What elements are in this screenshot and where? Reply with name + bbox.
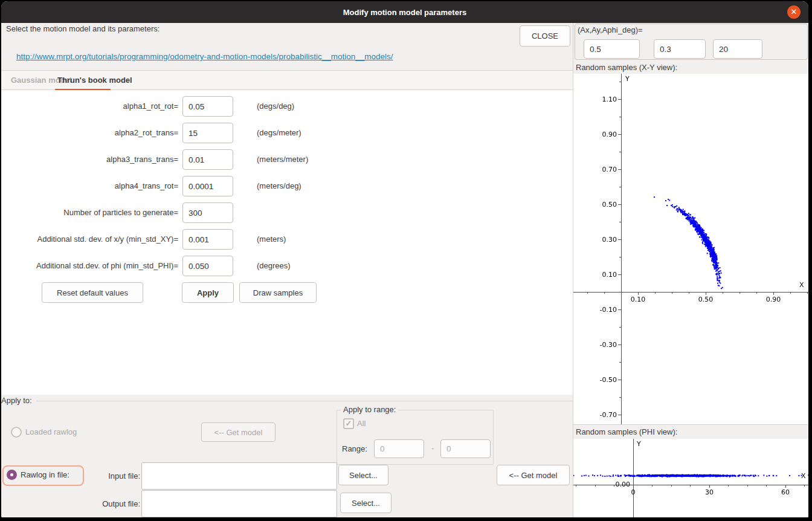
title-bar[interactable]: Modify motion model parameters ✕ <box>1 1 808 23</box>
apply-to-section: Apply to: Loaded rawlog <-- Get model Ap… <box>1 395 573 517</box>
screenshot-root: Modify motion model parameters ✕ Select … <box>0 0 812 521</box>
min-std-xy-input[interactable] <box>182 229 233 250</box>
phi-plot-canvas[interactable] <box>573 439 808 517</box>
pose-increment-box: (Ax,Ay,Aphi_deg)= <box>575 24 808 60</box>
phi-title-strip: Random samples (PHI view): <box>573 424 808 439</box>
draw-samples-button[interactable]: Draw samples <box>239 282 317 303</box>
rawlog-in-file-label: Rawlog in file: <box>21 470 69 479</box>
min-std-xy-units: (meters) <box>257 229 286 250</box>
alpha4-input[interactable] <box>182 176 233 196</box>
min-std-phi-units: (degrees) <box>257 256 291 276</box>
reset-default-values-button[interactable]: Reset default values <box>42 282 143 303</box>
input-file-field[interactable] <box>141 462 337 490</box>
xy-plot-canvas[interactable] <box>573 74 808 424</box>
output-file-label: Output file: <box>80 499 140 508</box>
input-file-label: Input file: <box>80 471 140 481</box>
check-icon: ✓ <box>346 419 352 428</box>
tab-bar: Gaussian model Thrun's book model <box>1 70 573 90</box>
loaded-rawlog-radio[interactable] <box>11 427 22 438</box>
alpha4-label: alpha4_trans_rot= <box>1 176 178 196</box>
xy-view-title: Random samples (X-Y view): <box>576 63 677 72</box>
phi-view-title: Random samples (PHI view): <box>576 427 677 436</box>
ax-input[interactable] <box>584 39 640 59</box>
alpha3-input[interactable] <box>182 149 233 170</box>
select-input-file-button[interactable]: Select... <box>338 465 388 485</box>
alpha2-input[interactable] <box>182 123 233 143</box>
range-from-input[interactable] <box>374 439 424 458</box>
min-std-phi-label: Additional std.dev. of phi (min_std_PHI)… <box>1 256 178 276</box>
get-model-top-button[interactable]: <-- Get model <box>201 422 276 442</box>
alpha1-label: alpha1_rot_rot= <box>1 96 178 117</box>
min-std-xy-label: Additional std. dev. of x/y (min_std_XY)… <box>1 229 178 250</box>
alpha4-units: (meters/deg) <box>257 176 301 196</box>
range-to-input[interactable] <box>440 439 491 458</box>
apply-to-range-legend: Apply to range: <box>341 405 398 414</box>
alpha1-units: (degs/deg) <box>257 96 294 117</box>
apply-to-groupline <box>36 401 573 401</box>
dialog-body: Select the motion model and its paramete… <box>1 23 808 517</box>
window-title: Modify motion model parameters <box>343 8 466 17</box>
aphi-input[interactable] <box>713 39 762 59</box>
all-checkbox-label: All <box>357 419 366 428</box>
alpha3-units: (meters/meter) <box>257 149 308 170</box>
particles-input[interactable] <box>182 202 233 223</box>
alpha3-label: alpha3_trans_trans= <box>1 149 178 170</box>
dialog-window: Modify motion model parameters ✕ Select … <box>1 1 808 517</box>
close-icon: ✕ <box>791 7 798 16</box>
range-label: Range: <box>342 444 367 453</box>
apply-to-range-group: Apply to range: ✓ All Range: - <box>337 410 494 465</box>
pose-label: (Ax,Ay,Aphi_deg)= <box>578 25 643 34</box>
alpha2-label: alpha2_rot_trans= <box>1 123 178 143</box>
tutorial-link[interactable]: http://www.mrpt.org/tutorials/programmin… <box>16 52 393 61</box>
alpha1-input[interactable] <box>182 96 233 117</box>
get-model-bottom-button[interactable]: <-- Get model <box>497 465 570 485</box>
min-std-phi-input[interactable] <box>182 256 233 276</box>
rawlog-in-file-radio[interactable] <box>7 470 17 480</box>
range-dash: - <box>431 444 434 453</box>
intro-label: Select the motion model and its paramete… <box>6 24 160 33</box>
alpha2-units: (degs/meter) <box>257 123 301 143</box>
samples-panel: (Ax,Ay,Aphi_deg)= Random samples (X-Y vi… <box>573 23 808 517</box>
window-close-button[interactable]: ✕ <box>787 5 801 19</box>
tab-thrun-book-model[interactable]: Thrun's book model <box>57 71 132 91</box>
ay-input[interactable] <box>654 39 706 59</box>
loaded-rawlog-label: Loaded rawlog <box>25 427 77 436</box>
output-file-field[interactable] <box>141 490 337 517</box>
select-output-file-button[interactable]: Select... <box>340 493 392 513</box>
thrun-model-form: alpha1_rot_rot= (degs/deg) alpha2_rot_tr… <box>1 90 573 395</box>
apply-to-legend: Apply to: <box>1 396 32 405</box>
apply-button[interactable]: Apply <box>182 282 234 303</box>
close-dialog-button[interactable]: CLOSE <box>520 25 570 47</box>
all-checkbox[interactable]: ✓ <box>343 418 354 429</box>
radio-dot <box>10 473 13 476</box>
particles-label: Number of particles to generate= <box>1 202 178 223</box>
